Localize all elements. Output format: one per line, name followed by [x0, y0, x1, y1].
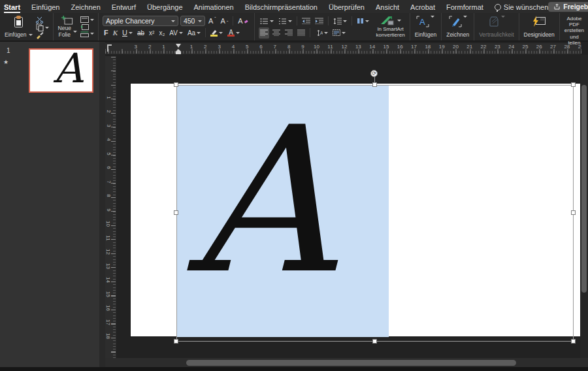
svg-text:A: A [419, 17, 425, 27]
menu-item-einf-gen[interactable]: Einfügen [31, 1, 59, 12]
increase-indent-button[interactable] [314, 16, 325, 27]
sensitivity-tag-icon [488, 16, 500, 27]
menu-item-label: Bildschirmpräsentation [245, 3, 318, 11]
sensitivity-button[interactable]: Vertraulichkeit [477, 14, 515, 39]
adobe-pdf-button[interactable]: Adobe PDF erstellen und teilen [563, 14, 586, 39]
v-ruler-number: 7 [106, 180, 112, 183]
shrink-font-button[interactable]: Aˇ [220, 16, 230, 27]
vertical-scrollbar-thumb[interactable] [581, 85, 587, 293]
text-highlight-button[interactable] [209, 27, 224, 39]
resize-handle-bottom-center[interactable] [372, 339, 377, 344]
menu-item-sie-w-nschen[interactable]: Sie wünschen [495, 1, 549, 12]
menu-item-start[interactable]: Start [4, 1, 20, 12]
draw-caret-icon [463, 16, 467, 18]
h-ruler-number: 27 [550, 44, 556, 50]
smartart-label-1: In SmartArt [377, 26, 403, 32]
character-spacing-button[interactable]: AV [168, 27, 184, 39]
design-ideas-button[interactable]: Designideen [522, 14, 557, 39]
tab-selector-icon[interactable] [107, 44, 114, 52]
subscript-button[interactable]: x₂ [157, 27, 166, 39]
rotation-handle[interactable]: ⟳ [370, 70, 378, 77]
copy-button[interactable] [36, 24, 49, 31]
numbering-button[interactable] [277, 16, 293, 27]
resize-handle-bottom-left[interactable] [174, 339, 178, 344]
text-direction-caret-icon [324, 32, 328, 34]
first-line-indent-marker[interactable] [176, 44, 181, 48]
change-case-button[interactable]: Aa [186, 27, 202, 39]
resize-handle-top-right[interactable] [571, 82, 576, 87]
design-ideas-label: Designideen [524, 32, 555, 38]
thumbnail-letter-glyph: A [53, 50, 84, 91]
menu-item-bildschirmpr-sentation[interactable]: Bildschirmpräsentation [245, 1, 318, 12]
h-ruler-number: 24 [508, 44, 514, 50]
resize-handle-bottom-right[interactable] [571, 339, 576, 344]
panel-divider[interactable] [99, 42, 105, 367]
menubar: StartEinfügenZeichnenEntwurfÜbergängeAni… [0, 0, 588, 13]
resize-handle-middle-left[interactable] [174, 210, 178, 215]
font-size-combo[interactable]: 450 [180, 16, 205, 26]
v-ruler-number: 8 [106, 194, 112, 197]
new-slide-button[interactable]: Neue Folie [56, 14, 79, 39]
horizontal-scrollbar-thumb[interactable] [186, 360, 516, 366]
superscript-button[interactable]: x² [148, 27, 155, 39]
align-left-button[interactable] [259, 27, 269, 39]
align-text-icon [333, 29, 340, 36]
decrease-indent-icon [302, 18, 310, 24]
adobe-label-1: Adobe PDF [566, 16, 581, 27]
text-direction-button[interactable]: A [314, 27, 329, 39]
menu-item-ansicht[interactable]: Ansicht [376, 1, 399, 12]
columns-button[interactable] [355, 16, 370, 27]
bullets-caret-icon [270, 20, 274, 22]
slide-layout-buttons [79, 14, 95, 39]
align-text-button[interactable] [331, 27, 347, 39]
draw-button[interactable]: Zeichnen [444, 14, 471, 39]
menu-item-animationen[interactable]: Animationen [194, 1, 234, 12]
resize-handle-top-left[interactable] [174, 82, 178, 87]
resize-handle-top-center[interactable] [372, 82, 377, 87]
menu-item--berpr-fen[interactable]: Überprüfen [329, 1, 365, 12]
menu-item-formformat[interactable]: Formformat [446, 1, 483, 12]
italic-button[interactable]: K [112, 27, 119, 39]
line-spacing-button[interactable] [332, 16, 348, 27]
underline-label: U [122, 29, 127, 37]
menu-item--berg-nge[interactable]: Übergänge [147, 1, 182, 12]
share-button[interactable]: Freigeben [548, 2, 588, 12]
clear-formatting-button[interactable]: A [237, 16, 250, 27]
align-right-button[interactable] [284, 27, 294, 39]
draw-label: Zeichnen [446, 32, 469, 38]
font-color-button[interactable]: A [226, 27, 241, 39]
resize-handle-middle-right[interactable] [571, 210, 576, 215]
font-name-combo[interactable]: Apple Chancery [103, 16, 178, 26]
menu-item-acrobat[interactable]: Acrobat [410, 1, 435, 12]
cut-button[interactable] [36, 16, 49, 24]
underline-button[interactable]: U [121, 27, 134, 39]
justify-button[interactable] [296, 27, 306, 39]
section-caret-icon [90, 33, 94, 35]
decrease-indent-button[interactable] [301, 16, 312, 27]
reset-slide-button[interactable] [80, 24, 94, 31]
format-painter-button[interactable] [36, 31, 49, 39]
v-ruler-major-ticks [111, 56, 116, 358]
h-ruler-number: 25 [523, 44, 529, 50]
bold-button[interactable]: F [103, 27, 110, 39]
clipboard-icon [13, 16, 24, 28]
share-label: Freigeben [563, 3, 588, 10]
layout-button[interactable] [80, 16, 94, 24]
bullets-button[interactable] [259, 16, 275, 27]
scissors-icon [36, 16, 44, 24]
convert-smartart-button[interactable]: In SmartArt konvertieren [374, 14, 407, 39]
paste-button[interactable]: Einfügen [3, 14, 35, 39]
left-indent-marker[interactable] [176, 52, 181, 54]
menu-item-zeichnen[interactable]: Zeichnen [71, 1, 101, 12]
section-button[interactable] [80, 30, 94, 37]
textbox-selection-border[interactable] [176, 85, 574, 342]
grow-font-button[interactable]: Aˆ [207, 16, 218, 27]
insert-caret-icon [431, 16, 434, 18]
h-ruler-number: 1 [190, 44, 193, 50]
slide-thumbnail[interactable]: A [29, 48, 93, 93]
strikethrough-button[interactable]: ab [136, 27, 146, 39]
insert-textbox-button[interactable]: A Einfügen [413, 14, 439, 39]
align-center-button[interactable] [271, 27, 282, 39]
new-slide-caret-icon [73, 31, 77, 33]
menu-item-entwurf[interactable]: Entwurf [112, 1, 136, 12]
